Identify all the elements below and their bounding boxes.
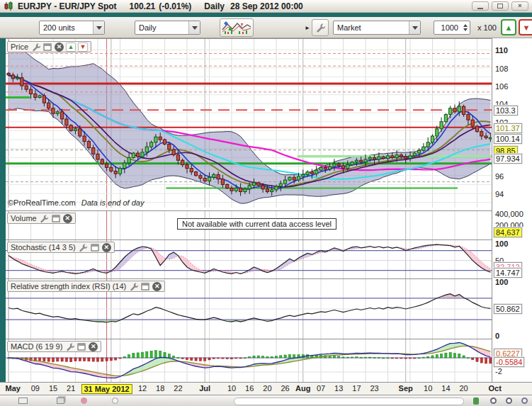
quantity-stepper[interactable]: 1000 [434, 21, 470, 35]
buy-button[interactable]: ▲ [501, 19, 516, 35]
stochastic-axis-label: 100 [495, 239, 508, 248]
x-axis-tick: 09 [31, 384, 40, 393]
price-change: (-0.01%) [159, 1, 191, 11]
restore-button[interactable] [492, 1, 509, 11]
rsi-axis-label: 50.862 [494, 304, 522, 314]
stochastic-axis-label: 14.747 [494, 268, 522, 278]
wrench-icon[interactable] [64, 342, 74, 351]
chevron-down-icon [93, 21, 104, 34]
taskbar-circle-icon[interactable] [112, 397, 118, 404]
up-arrow-icon[interactable]: ▲ [66, 43, 76, 52]
data-note: Data is end of day [81, 198, 145, 207]
x-axis-tick: 22 [174, 384, 182, 393]
units-select[interactable]: 200 units [39, 21, 105, 35]
settings-button[interactable] [312, 19, 329, 36]
taskbar-clock-icon[interactable] [521, 397, 528, 404]
stepper-arrows[interactable] [460, 21, 470, 34]
rsi-axis-label: 100 [495, 278, 508, 286]
price-axis-label: 110 [495, 46, 508, 55]
detach-window-icon[interactable] [51, 214, 61, 223]
x-axis-tick: 13 [334, 384, 343, 393]
detach-window-icon[interactable] [77, 342, 86, 351]
close-button[interactable]: × [511, 1, 528, 11]
minimize-button[interactable] [472, 1, 489, 11]
chevron-down-icon [188, 21, 200, 34]
taskbar-zoom-in-icon[interactable] [490, 397, 497, 404]
price-axis-label: 108 [495, 64, 508, 73]
timeframe-select[interactable]: Daily [135, 21, 200, 35]
wrench-icon[interactable] [30, 43, 40, 52]
close-icon[interactable]: ✕ [63, 214, 72, 223]
close-icon[interactable]: ✕ [55, 43, 64, 52]
x-axis-tick: Oct [489, 384, 502, 393]
taskbar-plant-icon[interactable] [473, 397, 479, 405]
data-access-message: Not available with current data access l… [177, 218, 336, 230]
detach-window-icon[interactable] [43, 43, 52, 52]
price-axis-box: 103.3 [494, 106, 518, 115]
title-timeframe: Daily [204, 1, 225, 11]
price-axis-label: 106 [495, 82, 508, 91]
title-bar: EURJPY - EUR/JPY Spot 100.21 (-0.01%) Da… [0, 0, 532, 13]
wrench-icon[interactable] [128, 282, 138, 291]
candlestick-icon [4, 1, 13, 11]
chart-style-icon [222, 21, 251, 35]
x-axis-tick: 18 [156, 384, 164, 393]
taskbar-search-bar[interactable] [234, 397, 464, 405]
price-axis-column: 1101081061041029694103.3101.37100.1498.8… [492, 38, 532, 383]
copyright-text: ©ProRealTime.com [8, 198, 76, 207]
close-icon[interactable]: ✕ [102, 243, 111, 252]
close-icon[interactable]: ✕ [152, 282, 162, 291]
units-select-value: 200 units [43, 23, 75, 32]
x-axis-tick: 17 [352, 384, 361, 393]
buy-arrow-icon: ▲ [505, 23, 513, 32]
price-chart-canvas [6, 39, 492, 210]
x-axis-tick: 15 [49, 384, 57, 393]
x-axis-tick: Jul [199, 384, 210, 393]
taskbar-window-icon[interactable] [18, 397, 28, 404]
stochastic-panel-title: Stochastic (14 3 5) [11, 243, 76, 252]
last-price: 100.21 [130, 1, 156, 11]
chevron-down-icon [409, 21, 420, 34]
macd-axis-label: -0.5584 [494, 357, 524, 367]
taskbar-zoom-out-icon[interactable] [506, 397, 512, 404]
volume-panel-header: Volume ✕ [7, 213, 76, 224]
order-type-select[interactable]: Market [333, 21, 421, 35]
chart-style-button[interactable] [220, 18, 254, 37]
wrench-icon[interactable] [39, 214, 49, 223]
stochastic-panel-header: Stochastic (14 3 5) ✕ [7, 242, 115, 253]
volume-panel-title: Volume [11, 214, 37, 222]
sell-arrow-icon: ▼ [523, 23, 531, 32]
volume-axis-label: 84,637 [494, 227, 522, 237]
taskbar-flower-icon[interactable] [81, 397, 87, 404]
toolbar: 200 units Daily ► Market [0, 17, 532, 38]
rsi-panel-title: Relative strength index (RSI) (14) [11, 282, 126, 291]
detach-window-icon[interactable] [140, 282, 150, 291]
x-axis-tick: 10 [424, 384, 432, 393]
x-axis-tick: 21 [67, 384, 75, 393]
x-axis-tick: 20 [459, 384, 468, 393]
x-axis-tick: 07 [317, 384, 325, 393]
expand-arrow-icon[interactable]: ► [305, 25, 310, 31]
x-axis-tick: 26 [281, 384, 289, 393]
x-axis-tick: 10 [227, 384, 236, 393]
wrench-icon[interactable] [78, 243, 88, 252]
x-axis-tick: 12 [138, 384, 147, 393]
timeframe-select-value: Daily [139, 23, 156, 32]
frame-strip-left [0, 38, 6, 383]
x-axis-tick: 16 [245, 384, 254, 393]
window-title: EURJPY - EUR/JPY Spot [18, 1, 117, 11]
detach-window-icon[interactable] [90, 243, 100, 252]
trading-app-window: EURJPY - EUR/JPY Spot 100.21 (-0.01%) Da… [0, 0, 532, 406]
x-axis-tick: Sep [399, 384, 413, 393]
sell-button[interactable]: ▼ [519, 19, 532, 35]
taskbar-layers-icon[interactable] [57, 397, 64, 404]
rsi-axis-label: 0 [495, 332, 499, 340]
price-axis-label: 94 [495, 190, 504, 198]
macd-panel-title: MACD (6 19 9) [11, 342, 62, 351]
down-arrow-icon[interactable]: ▼ [78, 43, 88, 52]
macd-panel-header: MACD (6 19 9) ✕ [7, 341, 101, 352]
price-axis-label: 96 [495, 172, 504, 181]
lot-multiplier-label: x 100 [477, 23, 497, 32]
close-icon[interactable]: ✕ [89, 342, 98, 351]
price-axis-box: 100.14 [494, 134, 522, 144]
